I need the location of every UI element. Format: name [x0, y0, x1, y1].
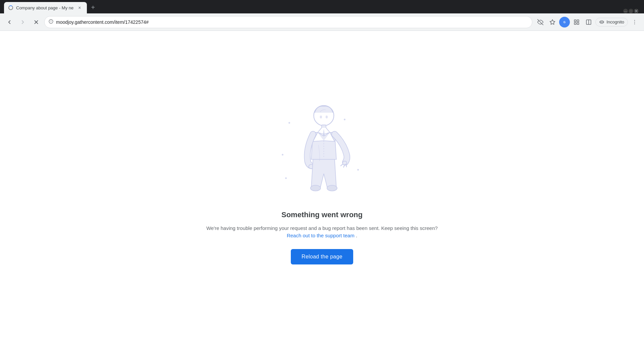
svg-text:G: G: [564, 21, 566, 24]
svg-rect-11: [577, 22, 579, 24]
loading-spinner: [8, 5, 13, 10]
split-view-button[interactable]: [583, 17, 594, 27]
svg-point-19: [320, 115, 322, 118]
svg-line-23: [341, 164, 343, 166]
decoration-dot-2: [344, 119, 345, 120]
svg-rect-10: [577, 20, 579, 21]
error-message-suffix: .: [356, 233, 357, 238]
error-message-prefix: We're having trouble performing your req…: [206, 225, 438, 231]
svg-point-16: [634, 21, 635, 22]
new-tab-button[interactable]: +: [88, 3, 98, 12]
svg-point-20: [326, 115, 328, 118]
reload-button[interactable]: Reload the page: [291, 249, 353, 264]
minimize-button[interactable]: —: [623, 9, 628, 13]
address-bar[interactable]: moodjoy.gathercontent.com/item/17422574#: [44, 16, 532, 28]
back-button[interactable]: [4, 17, 15, 27]
svg-rect-9: [574, 20, 576, 21]
error-title: Something went wrong: [281, 210, 363, 219]
privacy-icon-button[interactable]: [535, 17, 546, 27]
close-window-button[interactable]: ✕: [634, 9, 639, 13]
support-link[interactable]: Reach out to the support team: [287, 233, 355, 238]
error-message: We're having trouble performing your req…: [205, 225, 439, 240]
stop-reload-button[interactable]: [31, 17, 42, 27]
nav-actions: G: [535, 17, 640, 27]
decoration-dot-1: [288, 122, 290, 124]
browser-window: Company about page - My ne × + — □ ✕: [0, 0, 644, 362]
profile-button[interactable]: G: [559, 17, 570, 27]
extensions-button[interactable]: [571, 17, 582, 27]
svg-point-17: [634, 23, 635, 24]
tab-title: Company about page - My ne: [16, 5, 73, 10]
decoration-dot-5: [285, 177, 287, 179]
incognito-label: Incognito: [606, 19, 624, 24]
tab-loading-spinner-container: [8, 5, 13, 10]
svg-point-28: [327, 185, 337, 191]
address-info-icon: [49, 19, 53, 25]
decoration-dot-4: [357, 169, 359, 171]
bookmark-button[interactable]: [547, 17, 558, 27]
svg-line-24: [343, 165, 344, 167]
page-content: Something went wrong We're having troubl…: [0, 31, 644, 362]
svg-marker-6: [550, 19, 555, 24]
person-svg: [278, 102, 366, 202]
svg-rect-12: [574, 22, 576, 24]
decoration-dot-3: [282, 154, 283, 156]
svg-point-15: [634, 20, 635, 20]
tab-close-button[interactable]: ×: [76, 4, 83, 11]
menu-button[interactable]: [629, 17, 640, 27]
navigation-bar: moodjoy.gathercontent.com/item/17422574#: [0, 13, 644, 31]
forward-button[interactable]: [17, 17, 28, 27]
incognito-icon: [599, 19, 604, 25]
active-tab[interactable]: Company about page - My ne ×: [4, 2, 87, 13]
tabs-bar: Company about page - My ne × + — □ ✕: [0, 0, 644, 13]
svg-point-27: [311, 185, 321, 191]
maximize-button[interactable]: □: [629, 9, 633, 13]
incognito-badge[interactable]: Incognito: [595, 18, 628, 26]
url-text: moodjoy.gathercontent.com/item/17422574#: [56, 19, 528, 25]
error-illustration: [278, 102, 366, 202]
